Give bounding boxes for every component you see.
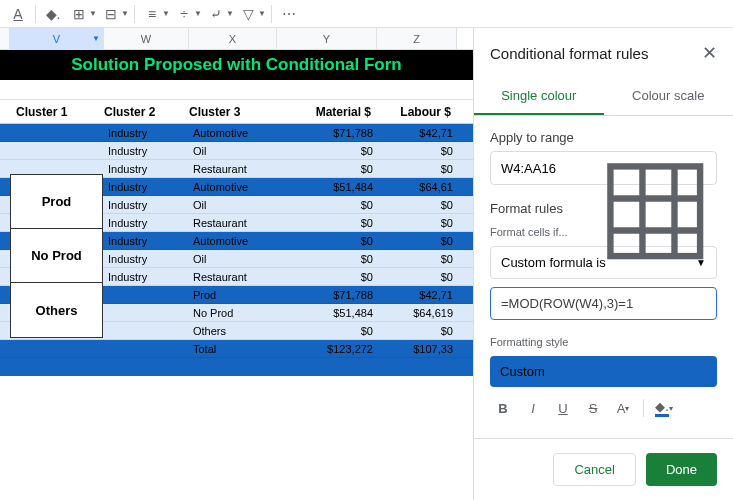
title-cell[interactable]: Solution Proposed with Conditional Forn — [0, 50, 473, 80]
halign-button[interactable]: ≡ — [140, 2, 164, 26]
select-range-icon[interactable] — [604, 160, 707, 176]
style-label: Formatting style — [490, 336, 717, 348]
fill-color-button[interactable]: ◆. — [41, 2, 65, 26]
rotate-button[interactable]: ▽ — [236, 2, 260, 26]
col-header-x[interactable]: X — [189, 28, 277, 49]
column-headers: V▼ W X Y Z — [0, 28, 473, 50]
table-row[interactable]: Total$123,272$107,33 — [0, 340, 473, 358]
col-header-z[interactable]: Z — [377, 28, 457, 49]
valign-button[interactable]: ÷ — [172, 2, 196, 26]
done-button[interactable]: Done — [646, 453, 717, 486]
table-row[interactable]: IndustryAutomotive$71,788$42,71 — [0, 124, 473, 142]
table-header: Cluster 1 Cluster 2 Cluster 3 Material $… — [0, 100, 473, 124]
style-preview[interactable]: Custom — [490, 356, 717, 387]
underline-button[interactable]: U — [550, 395, 576, 421]
chevron-down-icon: ▼ — [696, 257, 706, 268]
svg-rect-0 — [610, 166, 700, 256]
col-header-w[interactable]: W — [104, 28, 189, 49]
borders-button[interactable]: ⊞ — [67, 2, 91, 26]
strikethrough-button[interactable]: A — [6, 2, 30, 26]
strike-button[interactable]: S — [580, 395, 606, 421]
range-input[interactable]: W4:AA16 — [490, 151, 717, 185]
cluster-others[interactable]: Others — [11, 283, 102, 337]
italic-button[interactable]: I — [520, 395, 546, 421]
merge-button[interactable]: ⊟ — [99, 2, 123, 26]
col-header-v[interactable]: V▼ — [10, 28, 104, 49]
tab-colour-scale[interactable]: Colour scale — [604, 78, 734, 115]
cluster-prod[interactable]: Prod — [11, 175, 102, 229]
col-header-y[interactable]: Y — [277, 28, 377, 49]
tab-single-colour[interactable]: Single colour — [474, 78, 604, 115]
more-button[interactable]: ⋯ — [277, 2, 301, 26]
cancel-button[interactable]: Cancel — [553, 453, 635, 486]
formula-input[interactable]: =MOD(ROW(W4),3)=1 — [490, 287, 717, 320]
close-icon[interactable]: ✕ — [702, 42, 717, 64]
toolbar: A ◆. ⊞▼ ⊟▼ ≡▼ ÷▼ ⤶▼ ▽▼ ⋯ — [0, 0, 733, 28]
apply-range-label: Apply to range — [490, 130, 717, 145]
fill-style-button[interactable]: ◆.▾ — [651, 395, 677, 421]
conditional-format-panel: Conditional format rules ✕ Single colour… — [473, 28, 733, 500]
text-color-button[interactable]: A▾ — [610, 395, 636, 421]
table-row[interactable]: IndustryOil$0$0 — [0, 142, 473, 160]
cluster-column: Prod No Prod Others — [10, 174, 103, 338]
spreadsheet[interactable]: V▼ W X Y Z Solution Proposed with Condit… — [0, 28, 473, 500]
bold-button[interactable]: B — [490, 395, 516, 421]
cluster-noprod[interactable]: No Prod — [11, 229, 102, 283]
wrap-button[interactable]: ⤶ — [204, 2, 228, 26]
panel-title: Conditional format rules — [490, 45, 648, 62]
